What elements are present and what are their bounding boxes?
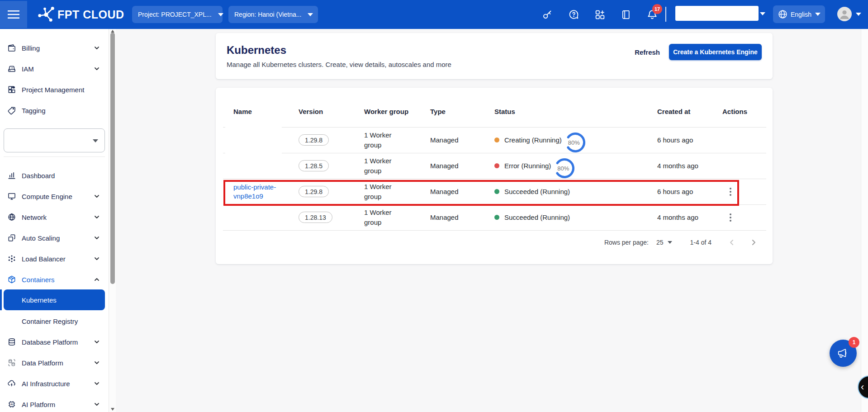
docs-button[interactable] <box>620 9 632 20</box>
sidebar-item-label: AI Infrastructure <box>22 380 70 388</box>
caret-down-icon <box>218 13 223 16</box>
support-button[interactable] <box>568 9 579 20</box>
sidebar-item-load-balancer[interactable]: Load Balancer <box>0 248 109 269</box>
sidebar-item-label: Tagging <box>22 107 46 114</box>
chevron-down-icon <box>93 255 100 262</box>
status-dot <box>494 215 499 220</box>
previous-page-button[interactable] <box>726 237 737 248</box>
next-page-button[interactable] <box>748 237 759 248</box>
scroll-down-arrow-icon[interactable] <box>111 408 114 411</box>
ai-chip-icon: AI <box>7 400 16 409</box>
cell-version: 1.28.5 <box>299 153 357 179</box>
data-platform-icon <box>7 358 16 367</box>
sidebar-item-ai-infrastructure[interactable]: AI Infrastructure <box>0 373 109 394</box>
sidebar-item-network[interactable]: Network <box>0 207 109 227</box>
notifications-button[interactable]: 17 <box>646 9 658 20</box>
cell-version: 1.28.13 <box>299 204 357 230</box>
navbar-icon-group: 17 <box>541 0 658 29</box>
sidebar-item-dashboard[interactable]: Dashboard <box>0 165 109 186</box>
sidebar-item-label: Auto Scaling <box>22 234 60 242</box>
chevron-down-icon <box>93 359 100 366</box>
cell-worker-group: 1 Worker group <box>364 127 407 153</box>
sidebar-item-label: IAM <box>22 65 34 73</box>
services-button[interactable] <box>594 9 606 20</box>
sidebar-item-label: Compute Engine <box>22 193 72 200</box>
sidebar-project-select[interactable] <box>4 128 105 152</box>
caret-down-icon <box>308 13 313 16</box>
sidebar-item-auto-scaling[interactable]: Auto Scaling <box>0 227 109 248</box>
sidebar-scrollbar-thumb[interactable] <box>110 33 115 284</box>
search-caret-icon[interactable] <box>760 12 765 15</box>
language-label: English <box>791 11 811 18</box>
column-header-version[interactable]: Version <box>299 101 323 121</box>
column-header-worker-group[interactable]: Worker group <box>364 101 408 121</box>
column-header-status[interactable]: Status <box>494 101 515 121</box>
notification-badge: 17 <box>652 4 662 14</box>
region-selector[interactable]: Region: Hanoi (Vietna... <box>228 6 318 23</box>
version-chip: 1.29.8 <box>299 186 329 197</box>
create-kubernetes-engine-button[interactable]: Create a Kubernetes Engine <box>669 44 762 60</box>
api-key-button[interactable] <box>541 9 553 20</box>
announcements-fab[interactable]: 1 <box>830 340 857 367</box>
hamburger-menu-button[interactable] <box>0 1 27 28</box>
table-pagination: Rows per page: 25 1-4 of 4 <box>216 231 773 254</box>
sidebar-item-iam[interactable]: IAM <box>0 58 109 79</box>
sidebar-item-tagging[interactable]: Tagging <box>0 100 109 121</box>
sidebar-item-label: Container Registry <box>22 317 78 325</box>
sidebar-item-containers[interactable]: Containers <box>0 269 109 290</box>
avatar <box>837 7 852 21</box>
sidebar-item-billing[interactable]: Billing <box>0 38 109 58</box>
refresh-button[interactable]: Refresh <box>630 45 664 60</box>
sidebar-item-label: Billing <box>22 44 40 52</box>
user-icon <box>837 7 852 21</box>
table-row[interactable]: 1.28.13 1 Worker group Managed Succeeded… <box>216 204 773 230</box>
rows-per-page-select[interactable]: 25 <box>656 239 672 246</box>
sidebar-item-label: Data Platform <box>22 359 63 367</box>
cell-worker-group: 1 Worker group <box>364 179 407 204</box>
status-dot <box>494 189 499 194</box>
fpt-cloud-logo[interactable]: FPT CLOUD <box>38 5 124 24</box>
chevron-down-icon <box>93 65 100 72</box>
status-label: Creating (Running) <box>504 136 562 144</box>
sidebar-item-kubernetes[interactable]: Kubernetes <box>4 289 105 310</box>
sidebar-item-database-platform[interactable]: Database Platform <box>0 331 109 352</box>
progress-ring: 80% <box>554 158 575 179</box>
table-row-highlighted[interactable]: public-private-vnp8e1o9 1.29.8 1 Worker … <box>216 179 773 204</box>
rows-per-page-label: Rows per page: <box>604 239 649 246</box>
sidebar-item-project-management[interactable]: Project Management <box>0 79 109 100</box>
project-selector[interactable]: Project: PROJECT_XPL... <box>132 6 223 23</box>
table-row[interactable]: 1.28.5 1 Worker group Managed Error (Run… <box>216 153 773 179</box>
caret-down-icon <box>815 13 821 16</box>
row-actions-menu-button[interactable] <box>724 185 737 198</box>
sidebar-item-data-platform[interactable]: Data Platform <box>0 352 109 373</box>
main-content: Kubernetes Manage all Kubernetes cluster… <box>116 29 868 412</box>
chevron-left-icon <box>727 238 736 247</box>
page-header-card: Kubernetes Manage all Kubernetes cluster… <box>216 33 773 79</box>
sidebar-item-label: Project Management <box>22 86 84 94</box>
sidebar-item-label: Network <box>22 213 47 221</box>
sidebar-item-container-registry[interactable]: Container Registry <box>0 311 109 331</box>
sidebar-item-compute-engine[interactable]: Compute Engine <box>0 186 109 207</box>
load-balancer-icon <box>7 254 16 263</box>
row-actions-menu-button[interactable] <box>724 211 737 224</box>
hamburger-icon <box>8 10 19 19</box>
sidebar-item-ai-platform[interactable]: AI AI Platform <box>0 394 109 412</box>
column-header-name[interactable]: Name <box>233 101 252 121</box>
language-selector[interactable]: English <box>773 5 825 23</box>
column-header-created-at[interactable]: Created at <box>657 101 690 121</box>
cell-name <box>233 153 285 179</box>
book-icon <box>621 9 631 20</box>
cell-name <box>233 204 285 230</box>
column-header-actions[interactable]: Actions <box>722 101 747 121</box>
region-selector-label: Region: Hanoi (Vietna... <box>234 11 301 18</box>
account-menu[interactable] <box>837 7 861 21</box>
search-input[interactable] <box>675 6 759 21</box>
sidebar-scrollbar[interactable] <box>109 29 116 412</box>
cluster-name-link[interactable]: public-private-vnp8e1o9 <box>233 183 285 201</box>
fab-badge: 1 <box>849 337 859 348</box>
help-chat-icon <box>568 9 579 20</box>
column-header-type[interactable]: Type <box>430 101 446 121</box>
sidebar-divider <box>4 156 105 157</box>
table-row[interactable]: 1.29.8 1 Worker group Managed Creating (… <box>216 127 773 153</box>
page-scrollbar[interactable] <box>861 29 868 412</box>
